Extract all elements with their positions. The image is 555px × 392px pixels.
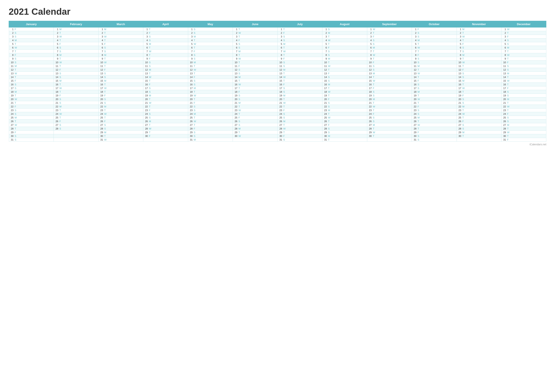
day-letter: M	[373, 124, 375, 126]
calendar-cell: 13M	[501, 72, 546, 75]
day-letter: S	[462, 76, 465, 78]
day-letter: M	[15, 65, 17, 67]
calendar-cell: 17W	[98, 86, 143, 90]
day-number: 6	[99, 46, 103, 49]
calendar-cell: 17W	[457, 86, 501, 90]
calendar-cell: 27T	[188, 123, 233, 127]
day-letter: S	[15, 61, 17, 64]
day-letter: T	[239, 105, 241, 108]
day-letter: S	[194, 135, 197, 137]
day-letter: T	[283, 98, 286, 100]
day-number: 26	[54, 120, 58, 123]
day-number: 3	[278, 35, 282, 38]
day-number: 19	[234, 94, 237, 97]
day-letter: M	[417, 39, 420, 42]
day-number: 11	[278, 65, 282, 67]
calendar-cell: 15T	[233, 79, 278, 83]
day-number: 8	[368, 54, 372, 56]
calendar-cell: 6S	[457, 46, 501, 50]
day-number: 1	[368, 28, 372, 30]
day-letter: M	[462, 131, 465, 134]
day-letter: T	[328, 138, 331, 141]
day-letter: M	[328, 135, 331, 137]
day-letter: M	[373, 72, 375, 75]
day-number: 9	[54, 57, 58, 60]
day-letter: S	[283, 35, 286, 38]
calendar-cell: 19S	[233, 94, 278, 98]
day-letter: W	[149, 76, 152, 78]
day-number: 7	[278, 50, 282, 53]
calendar-cell: 28S	[98, 127, 143, 131]
calendar-cell: 5T	[9, 42, 54, 46]
day-number: 9	[10, 57, 14, 60]
calendar-cell: 22T	[278, 105, 322, 108]
calendar-cell: 20W	[412, 98, 457, 101]
calendar-cell: 15T	[278, 79, 322, 83]
day-number: 27	[54, 124, 58, 126]
day-number: 30	[144, 135, 148, 137]
day-number: 27	[99, 124, 103, 126]
day-letter: F	[149, 32, 152, 34]
calendar-cell: 8S	[188, 53, 233, 57]
calendar-cell: 2T	[98, 31, 143, 35]
calendar-cell: 14W	[143, 75, 188, 79]
day-letter: T	[239, 131, 241, 134]
calendar-cell: 7T	[412, 50, 457, 53]
calendar-cell: 4S	[143, 39, 188, 42]
day-number: 23	[144, 109, 148, 112]
calendar-cell: 14S	[54, 75, 99, 79]
day-letter: M	[104, 131, 107, 134]
day-letter: W	[283, 102, 286, 104]
day-letter: S	[462, 98, 465, 100]
calendar-cell: 7F	[188, 50, 233, 53]
day-number: 13	[189, 72, 193, 75]
day-letter: T	[373, 76, 375, 78]
day-letter: S	[373, 39, 375, 42]
day-letter: M	[194, 138, 197, 141]
day-letter: S	[59, 50, 62, 53]
day-letter: T	[373, 127, 375, 130]
calendar-cell: 15W	[501, 79, 546, 83]
day-letter: S	[373, 65, 375, 67]
day-letter: S	[149, 87, 152, 89]
day-number: 3	[54, 35, 58, 38]
calendar-cell: 6M	[501, 46, 546, 50]
day-number: 9	[144, 57, 148, 60]
calendar-cell: 24T	[233, 112, 278, 116]
day-number: 31	[189, 138, 193, 141]
day-letter: S	[239, 124, 241, 126]
calendar-cell: 30F	[278, 134, 322, 138]
day-letter: S	[15, 138, 17, 141]
day-letter: T	[194, 65, 197, 67]
calendar-cell: 16T	[501, 83, 546, 86]
day-letter: T	[462, 135, 465, 137]
day-number: 28	[323, 127, 327, 130]
calendar-cell: 11S	[278, 64, 322, 68]
day-letter: T	[328, 113, 331, 115]
day-letter: M	[15, 91, 17, 93]
day-number: 14	[189, 76, 193, 78]
day-letter: T	[149, 54, 152, 56]
day-number: 10	[368, 61, 372, 64]
calendar-cell: 16S	[9, 83, 54, 86]
day-number: 22	[144, 105, 148, 108]
day-letter: F	[462, 68, 465, 71]
calendar-cell: 12F	[457, 68, 501, 72]
day-letter: T	[462, 109, 465, 112]
day-number: 30	[413, 135, 416, 137]
calendar-cell: 22M	[457, 105, 501, 108]
calendar-cell: 4S	[367, 39, 412, 42]
calendar-cell: 12M	[278, 68, 322, 72]
calendar-cell: 28S	[322, 127, 367, 131]
calendar-cell: 14S	[98, 75, 143, 79]
calendar-cell: 10S	[143, 61, 188, 64]
day-number: 27	[189, 124, 193, 126]
month-header-january: January	[9, 21, 54, 27]
calendar-cell: 11S	[143, 64, 188, 68]
calendar-cell: 16T	[367, 83, 412, 86]
day-number: 11	[502, 65, 506, 67]
calendar-cell: 27S	[98, 123, 143, 127]
day-letter: T	[194, 124, 197, 126]
calendar-cell: 7M	[233, 50, 278, 53]
day-letter: F	[194, 102, 197, 104]
